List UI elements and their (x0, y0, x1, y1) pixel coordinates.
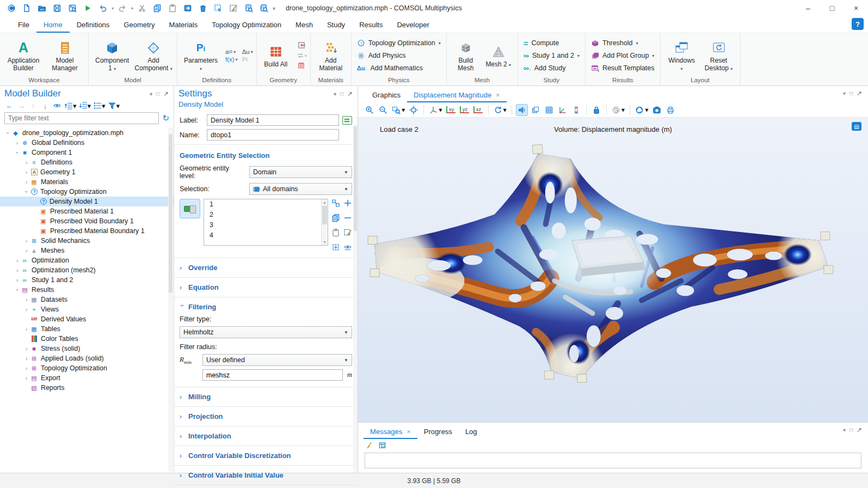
menu-tab-file[interactable]: File (11, 18, 36, 33)
menu-tab-materials[interactable]: Materials (162, 18, 205, 33)
float-icon[interactable]: □ (156, 91, 159, 97)
model-nodes-button[interactable]: ▾ (93, 101, 106, 111)
name-field[interactable] (207, 129, 339, 141)
tree-arrow-icon[interactable]: › (23, 169, 30, 175)
filter-input[interactable] (4, 112, 159, 124)
transparency-button[interactable] (530, 104, 541, 116)
import-icon[interactable] (297, 41, 306, 50)
tree-arrow-icon[interactable]: › (23, 188, 30, 196)
close-icon[interactable]: × (407, 428, 411, 436)
menu-tab-study[interactable]: Study (320, 18, 352, 33)
tree-arrow-icon[interactable]: › (23, 365, 30, 371)
new-file-button[interactable] (20, 2, 34, 15)
compute-button[interactable]: = Compute (521, 37, 582, 50)
tree-item-topology-optimization[interactable]: ›⊞Topology Optimization (0, 363, 174, 373)
float-icon[interactable]: □ (340, 91, 343, 97)
color-palette-button[interactable]: ▾ (611, 104, 626, 116)
save-find-button[interactable] (65, 2, 79, 15)
tree-item-solid-mechanics[interactable]: ›⊞Solid Mechanics (0, 236, 174, 246)
view-xy-button[interactable]: xy (445, 104, 457, 116)
zoom-selection-button[interactable] (331, 243, 340, 253)
select-region-button[interactable] (211, 2, 225, 15)
tree-arrow-icon[interactable]: › (23, 375, 30, 381)
pin-icon[interactable] (163, 91, 169, 97)
zoom-out-button[interactable] (377, 104, 389, 116)
tree-item-component-1[interactable]: ›■Component 1 (0, 148, 174, 157)
section-override[interactable]: ›Override (174, 260, 358, 275)
build-mesh-button[interactable]: Build Mesh (450, 38, 482, 74)
pin-icon[interactable] (347, 91, 353, 97)
section-control-variable-discretization[interactable]: ›Control Variable Discretization (174, 448, 358, 463)
tree-item-reports[interactable]: ▧Reports (0, 383, 174, 393)
tree-arrow-icon[interactable]: › (23, 247, 30, 254)
panel-menu-icon[interactable]: ▾ (843, 427, 846, 433)
windows-button[interactable]: Windows▾ (664, 38, 700, 74)
pin-icon[interactable] (857, 427, 863, 433)
undo-button[interactable] (96, 2, 110, 15)
panel-menu-icon[interactable]: ▾ (843, 90, 846, 96)
tab-messages[interactable]: Messages × (364, 425, 417, 439)
tree-arrow-icon[interactable]: › (23, 355, 30, 362)
variables-button[interactable]: a=▾ (225, 48, 238, 55)
link-selection-button[interactable] (331, 199, 340, 209)
selection-list-item[interactable]: 3 (210, 221, 320, 231)
brush-select-button[interactable] (226, 2, 241, 15)
run-button[interactable] (81, 2, 95, 15)
scene-settings-button[interactable]: ▾ (634, 104, 649, 116)
filter-type-dropdown[interactable]: Helmholtz▼ (180, 326, 352, 338)
remove-button[interactable] (343, 213, 352, 224)
copy-button[interactable] (331, 213, 340, 224)
maximize-button[interactable]: □ (820, 0, 844, 16)
menu-tab-mesh[interactable]: Mesh (288, 18, 320, 33)
save-button[interactable] (50, 2, 64, 15)
rename-icon[interactable] (342, 116, 352, 125)
add-plot-group-button[interactable]: Add Plot Group▾ (589, 50, 657, 62)
visibility-button[interactable] (343, 243, 352, 253)
zoom-in-button[interactable] (364, 104, 375, 116)
tab-graphics[interactable]: Graphics (366, 88, 407, 102)
tree-scrollbar[interactable] (168, 127, 173, 472)
paste-button[interactable] (165, 2, 180, 15)
delete-button[interactable] (196, 2, 210, 15)
tree-arrow-icon[interactable]: › (14, 277, 21, 283)
move-up-button[interactable]: ↑ (28, 101, 38, 111)
zoom-box-button[interactable]: ▾ (391, 104, 406, 116)
table-window-icon[interactable] (378, 441, 386, 449)
add-button[interactable] (343, 199, 352, 209)
tree-arrow-icon[interactable]: › (5, 130, 11, 137)
tree-arrow-icon[interactable]: › (23, 159, 30, 166)
chevron-down-icon[interactable]: ▾ (131, 6, 133, 11)
component-1-button[interactable]: Component 1 ▾ (92, 38, 132, 74)
tree-arrow-icon[interactable]: › (14, 286, 21, 294)
tree-arrow-icon[interactable]: › (23, 237, 30, 244)
plot-settings-icon[interactable]: ▤ (852, 122, 861, 131)
find-replace-button[interactable] (257, 2, 271, 15)
float-icon[interactable]: □ (849, 427, 853, 433)
selection-list-scrollbar[interactable]: ▲▼ (321, 199, 328, 245)
view-yz-button[interactable]: yz (459, 104, 471, 116)
menu-tab-geometry[interactable]: Geometry (116, 18, 162, 33)
add-mathematics-button[interactable]: Δu↓ Add Mathematics (355, 62, 443, 75)
refresh-icon[interactable]: ↻ (162, 113, 169, 123)
section-projection[interactable]: ›Projection (174, 409, 358, 424)
mesh-2-button[interactable]: Mesh 2 ▾ (483, 42, 514, 69)
chevron-down-icon[interactable]: ▾ (112, 6, 114, 11)
radius-mode-dropdown[interactable]: User defined▼ (202, 354, 352, 366)
minimize-button[interactable]: – (796, 0, 820, 16)
section-filtering[interactable]: ›Filtering (174, 300, 358, 314)
menu-tab-home[interactable]: Home (36, 18, 70, 33)
entity-level-dropdown[interactable]: Domain▼ (249, 166, 352, 178)
tree-item-study-1-and-2[interactable]: ›∞Study 1 and 2 (0, 275, 174, 285)
selection-list-item[interactable]: 4 (210, 231, 320, 242)
tree-item-topology-optimization[interactable]: ›?Topology Optimization (0, 187, 174, 197)
tree-item-datasets[interactable]: ›▦Datasets (0, 295, 174, 304)
zoom-extents-button[interactable] (408, 104, 420, 116)
scene-light-button[interactable] (516, 104, 528, 116)
tree-item-applied-loads-solid-[interactable]: ›⊞Applied Loads (solid) (0, 353, 174, 363)
menu-tab-developer[interactable]: Developer (390, 18, 436, 33)
section-equation[interactable]: ›Equation (174, 280, 358, 295)
tree-arrow-icon[interactable]: › (23, 306, 30, 313)
active-toggle-button[interactable] (180, 199, 200, 218)
section-interpolation[interactable]: ›Interpolation (174, 429, 358, 443)
menu-tab-topology-optimization[interactable]: Topology Optimization (205, 18, 288, 33)
